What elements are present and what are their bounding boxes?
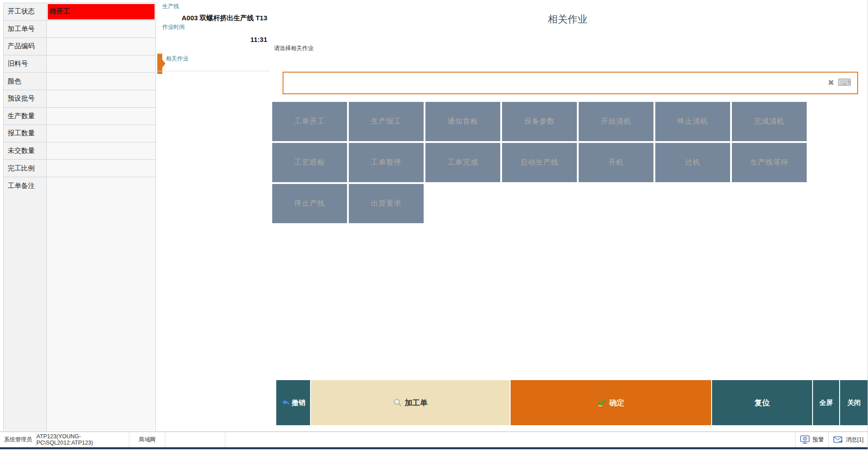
mes-workstation-window: 开工状态待开工加工单号产品编码旧料号颜色预设批号生产数量报工数量未交数量完工比例…	[0, 0, 868, 450]
job-order-label: 加工单	[405, 398, 428, 408]
production-line-label: 生产线	[162, 3, 179, 10]
info-row: 产品编码	[4, 38, 155, 55]
action-button[interactable]: 启动生产线	[502, 143, 577, 182]
check-icon	[598, 399, 607, 407]
page-title: 相关作业	[270, 13, 865, 26]
work-order-info-panel: 开工状态待开工加工单号产品编码旧料号颜色预设批号生产数量报工数量未交数量完工比例…	[3, 3, 156, 431]
action-button[interactable]: 停止产线	[272, 184, 347, 223]
status-bar: 系统管理员 ATP123(YOUNG-PC\SQL2012:ATP123) 局域…	[0, 432, 868, 447]
info-row: 完工比例	[4, 160, 155, 177]
fullscreen-label: 全屏	[819, 399, 833, 407]
info-row-label: 报工数量	[4, 125, 47, 142]
info-row: 颜色	[4, 73, 155, 90]
info-row-value	[47, 108, 155, 125]
alert-monitor-icon	[800, 435, 810, 444]
action-button[interactable]: 工艺巡检	[272, 143, 347, 182]
confirm-button[interactable]: 确定	[511, 380, 711, 425]
reset-button[interactable]: 复位	[712, 380, 812, 425]
info-row: 预设批号	[4, 90, 155, 108]
related-job-button-grid: 工单开工生产报工通知首检设备参数开始清机终止清机完成清机工艺巡检工单暂停工单完成…	[272, 102, 807, 225]
close-button[interactable]: 关闭	[840, 380, 868, 425]
action-grid-row: 工艺巡检工单暂停工单完成启动生产线开机过机生产线等待	[272, 143, 807, 182]
select-job-prompt: 请选择相关作业	[274, 45, 314, 52]
reset-label: 复位	[754, 398, 770, 408]
info-row-label: 预设批号	[4, 90, 47, 107]
action-button[interactable]: 工单暂停	[349, 143, 424, 182]
action-button[interactable]: 工单开工	[272, 102, 347, 141]
related-jobs-nav-item[interactable]: 相关作业	[166, 55, 188, 63]
magnifier-icon	[393, 398, 402, 407]
undo-icon	[281, 399, 290, 406]
field-separator	[157, 71, 270, 71]
action-button[interactable]: 通知首检	[425, 102, 500, 141]
info-row-label: 颜色	[4, 73, 47, 90]
envelope-icon	[833, 436, 843, 444]
info-row-value	[47, 177, 155, 195]
work-time-value: 11:31	[162, 36, 267, 43]
info-row-value	[47, 38, 155, 55]
status-spacer	[225, 432, 795, 447]
action-button[interactable]: 工单完成	[425, 143, 500, 182]
info-row-value	[47, 142, 155, 160]
alert-label: 预警	[813, 436, 824, 444]
info-row-value	[47, 21, 155, 38]
confirm-label: 确定	[609, 398, 625, 408]
info-row-label: 加工单号	[4, 21, 47, 38]
job-search-box: ✖ ⌨	[283, 72, 858, 94]
info-row: 工单备注	[4, 177, 155, 195]
info-row-label: 产品编码	[4, 38, 47, 55]
status-value-highlight: 待开工	[48, 4, 155, 19]
action-button[interactable]: 出货要求	[349, 184, 424, 223]
info-row-value	[47, 160, 155, 177]
action-button[interactable]: 生产线等待	[732, 143, 807, 182]
info-row-value	[47, 90, 155, 107]
work-order-info-rows: 开工状态待开工加工单号产品编码旧料号颜色预设批号生产数量报工数量未交数量完工比例…	[4, 3, 155, 195]
info-row: 生产数量	[4, 108, 155, 125]
undo-button[interactable]: 撤销	[276, 380, 310, 425]
info-row-label: 完工比例	[4, 160, 47, 177]
action-button[interactable]: 完成清机	[732, 102, 807, 141]
action-button[interactable]: 生产报工	[349, 102, 424, 141]
action-grid-row: 工单开工生产报工通知首检设备参数开始清机终止清机完成清机	[272, 102, 807, 141]
status-empty-cell	[165, 432, 225, 447]
info-row: 加工单号	[4, 21, 155, 38]
info-row-label: 旧料号	[4, 55, 47, 73]
messages-button[interactable]: 消息[1]	[828, 432, 868, 447]
status-connection: ATP123(YOUNG-PC\SQL2012:ATP123)	[37, 432, 129, 447]
info-row: 未交数量	[4, 142, 155, 160]
undo-label: 撤销	[292, 399, 306, 407]
info-row-value: 待开工	[47, 3, 155, 20]
job-search-input[interactable]	[286, 74, 814, 92]
action-button[interactable]: 开机	[579, 143, 653, 182]
job-order-button[interactable]: 加工单	[311, 380, 510, 425]
info-row-label: 工单备注	[4, 177, 47, 195]
action-button[interactable]: 过机	[655, 143, 730, 182]
info-row: 旧料号	[4, 55, 155, 73]
clear-icon[interactable]: ✖	[828, 78, 834, 87]
action-button[interactable]: 开始清机	[579, 102, 653, 141]
alert-button[interactable]: 预警	[795, 432, 828, 447]
action-button[interactable]: 终止清机	[655, 102, 730, 141]
work-time-label: 作业时间	[162, 23, 185, 31]
info-row: 报工数量	[4, 125, 155, 142]
status-network: 局域网	[129, 432, 165, 447]
action-grid-row: 停止产线出货要求	[272, 184, 807, 223]
info-row-value	[47, 125, 155, 142]
sidebar-empty-value-col	[47, 195, 155, 431]
info-row-label: 生产数量	[4, 108, 47, 125]
keyboard-icon[interactable]: ⌨	[838, 77, 851, 88]
action-button[interactable]: 设备参数	[502, 102, 577, 141]
info-row-value	[47, 55, 155, 73]
sidebar-empty-fill	[4, 195, 155, 431]
info-row: 开工状态待开工	[4, 3, 155, 21]
close-label: 关闭	[847, 399, 861, 407]
info-row-label: 开工状态	[4, 3, 47, 20]
messages-label: 消息[1]	[846, 436, 863, 444]
sidebar-empty-label-col	[4, 195, 47, 431]
status-user: 系统管理员	[0, 432, 37, 447]
production-line-value: A003 双螺杆挤出生产线 T13	[162, 14, 267, 23]
info-row-value	[47, 73, 155, 90]
fullscreen-button[interactable]: 全屏	[813, 380, 839, 425]
info-row-label: 未交数量	[4, 142, 47, 160]
